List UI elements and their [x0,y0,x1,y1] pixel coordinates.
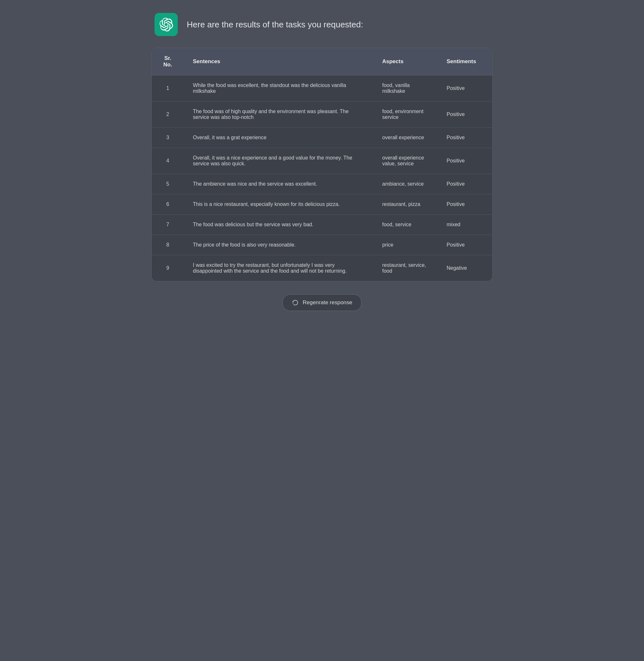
cell-sentiment: mixed [438,215,492,235]
table-row: 5The ambience was nice and the service w… [152,174,492,194]
cell-sentence: Overall, it was a nice experience and a … [184,148,373,174]
cell-aspects: food, vanilla milkshake [373,75,438,102]
cell-aspects: ambiance, service [373,174,438,194]
cell-sentence: The food was delicious but the service w… [184,215,373,235]
cell-sr: 8 [152,235,184,255]
cell-sentiment: Positive [438,194,492,215]
cell-aspects: restaurant, service, food [373,255,438,281]
cell-sr: 4 [152,148,184,174]
table-header-row: Sr. No. Sentences Aspects Sentiments [152,48,492,75]
cell-aspects: price [373,235,438,255]
cell-sentiment: Positive [438,235,492,255]
table-row: 8The price of the food is also very reas… [152,235,492,255]
cell-sr: 9 [152,255,184,281]
results-table-container: Sr. No. Sentences Aspects Sentiments 1Wh… [151,48,493,281]
cell-aspects: food, environment service [373,102,438,128]
header: Here are the results of the tasks you re… [151,13,493,36]
cell-sentence: Overall, it was a grat experience [184,128,373,148]
cell-sentence: The ambience was nice and the service wa… [184,174,373,194]
cell-sentence: The food was of high quality and the env… [184,102,373,128]
cell-sr: 7 [152,215,184,235]
cell-sr: 6 [152,194,184,215]
table-row: 4Overall, it was a nice experience and a… [152,148,492,174]
cell-sentence: While the food was excellent, the stando… [184,75,373,102]
regenerate-label: Regenrate response [303,300,352,306]
cell-sentence: The price of the food is also very reaso… [184,235,373,255]
chatgpt-logo [155,13,178,36]
table-row: 6This is a nice restaurant, especially k… [152,194,492,215]
cell-aspects: overall experience value, service [373,148,438,174]
page-wrapper: Here are the results of the tasks you re… [151,13,493,311]
table-row: 1While the food was excellent, the stand… [152,75,492,102]
table-row: 9I was excited to try the restaurant, bu… [152,255,492,281]
table-row: 7The food was delicious but the service … [152,215,492,235]
cell-sentence: I was excited to try the restaurant, but… [184,255,373,281]
cell-sentiment: Positive [438,128,492,148]
results-table: Sr. No. Sentences Aspects Sentiments 1Wh… [152,48,492,281]
cell-sr: 3 [152,128,184,148]
cell-sentiment: Positive [438,102,492,128]
cell-aspects: overall experience [373,128,438,148]
header-message: Here are the results of the tasks you re… [187,20,363,30]
table-row: 2The food was of high quality and the en… [152,102,492,128]
col-header-sentiments: Sentiments [438,48,492,75]
footer: Regenrate response [151,294,493,311]
cell-sentiment: Positive [438,148,492,174]
cell-sentiment: Positive [438,75,492,102]
cell-sentiment: Negative [438,255,492,281]
cell-sr: 5 [152,174,184,194]
cell-sentiment: Positive [438,174,492,194]
cell-aspects: food, service [373,215,438,235]
table-row: 3Overall, it was a grat experienceoveral… [152,128,492,148]
cell-sentence: This is a nice restaurant, especially kn… [184,194,373,215]
col-header-sr: Sr. No. [152,48,184,75]
col-header-sentences: Sentences [184,48,373,75]
regenerate-button[interactable]: Regenrate response [282,294,362,311]
cell-sr: 1 [152,75,184,102]
regenerate-icon [292,299,299,306]
cell-aspects: restaurant, pizza [373,194,438,215]
cell-sr: 2 [152,102,184,128]
col-header-aspects: Aspects [373,48,438,75]
